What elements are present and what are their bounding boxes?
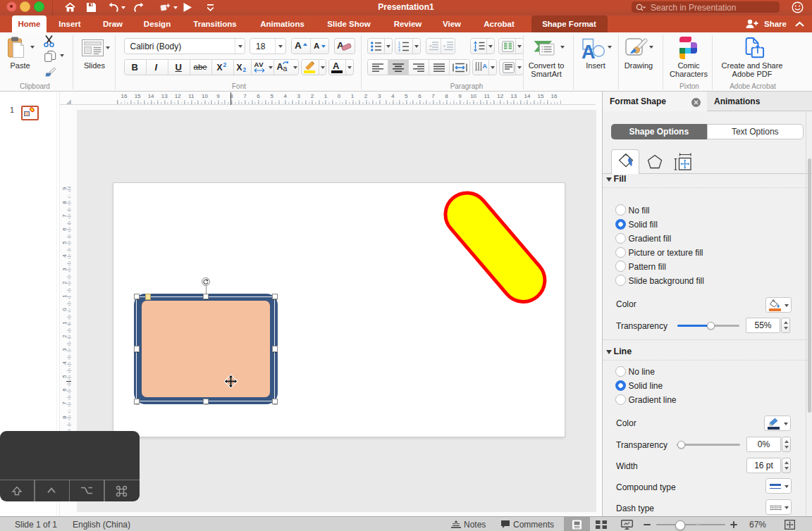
- svg-text:A: A: [483, 63, 488, 70]
- svg-text:3: 3: [398, 48, 400, 51]
- svg-text:A: A: [582, 42, 596, 60]
